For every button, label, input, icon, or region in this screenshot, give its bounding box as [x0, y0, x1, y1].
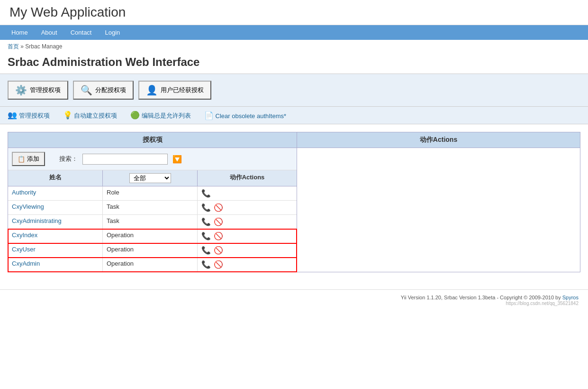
footer-watermark: https://blog.csdn.net/qq_35621842 [506, 301, 579, 306]
delete-icon[interactable]: 🚫 [214, 217, 223, 226]
row-name-link[interactable]: CxyAdmin [12, 260, 40, 267]
row-name-cell: CxyUser [8, 243, 103, 257]
action-icon-2: 🟢 [130, 111, 140, 119]
row-actions-cell: 📞🚫 [198, 229, 297, 243]
action-bar-item-3[interactable]: 📄 Clear obsolete authItems* [204, 111, 286, 120]
action-bar-item-2[interactable]: 🟢 编辑总是允许列表 [130, 111, 191, 120]
col-header-name: 姓名 [8, 170, 103, 186]
left-panel: 授权项 📋 添加 搜索： 🔽 姓名 全部RoleTaskOperation 动作… [8, 132, 297, 272]
nav-bar: HomeAboutContactLogin [0, 25, 588, 40]
table-container: 授权项 📋 添加 搜索： 🔽 姓名 全部RoleTaskOperation 动作… [8, 132, 580, 272]
row-type-cell: Task [103, 201, 198, 214]
breadcrumb-current: Srbac Manage [25, 43, 62, 50]
app-header: My Web Application [0, 0, 588, 25]
col-header-actions: 动作Actions [198, 170, 297, 186]
nav-item-home[interactable]: Home [5, 25, 35, 40]
delete-icon[interactable]: 🚫 [214, 203, 223, 212]
table-row: CxyViewingTask📞🚫 [8, 201, 297, 215]
row-type-cell: Role [103, 186, 198, 200]
toolbar-button-1[interactable]: 🔍分配授权项 [73, 81, 134, 100]
phone-icon[interactable]: 📞 [201, 189, 211, 198]
button-toolbar: ⚙️管理授权项🔍分配授权项👤用户已经获授权 [0, 74, 588, 107]
action-icon-0: 👥 [8, 111, 17, 119]
delete-icon[interactable]: 🚫 [214, 232, 223, 241]
row-type-cell: Task [103, 215, 198, 229]
row-name-cell: CxyAdmin [8, 258, 103, 271]
toolbar-btn-icon-0: ⚙️ [15, 84, 27, 96]
action-link-0[interactable]: 管理授权项 [19, 112, 50, 119]
delete-icon[interactable]: 🚫 [214, 246, 223, 255]
nav-list: HomeAboutContactLogin [0, 25, 588, 40]
action-bar-item-0[interactable]: 👥 管理授权项 [8, 111, 50, 120]
toolbar-btn-label-1: 分配授权项 [95, 86, 126, 94]
filter-icon[interactable]: 🔽 [172, 155, 182, 164]
row-name-link[interactable]: CxyIndex [12, 232, 37, 239]
footer-text: Yii Version 1.1.20, Srbac Version 1.3bet… [401, 295, 562, 300]
app-title: My Web Application [9, 5, 579, 20]
footer-link[interactable]: Spyros [562, 295, 579, 300]
action-link-1[interactable]: 自动建立授权项 [74, 112, 117, 119]
type-filter-select[interactable]: 全部RoleTaskOperation [129, 173, 171, 183]
action-icon-1: 💡 [63, 111, 72, 119]
toolbar-btn-icon-2: 👤 [146, 84, 158, 96]
nav-item-login[interactable]: Login [98, 25, 127, 40]
add-button[interactable]: 📋 添加 [12, 152, 45, 166]
row-name-link[interactable]: CxyAdministrating [12, 217, 62, 224]
right-panel: 动作Actions [297, 132, 580, 272]
breadcrumb-home[interactable]: 首页 [8, 43, 19, 50]
row-actions-cell: 📞🚫 [198, 215, 297, 229]
row-actions-cell: 📞 [198, 186, 297, 200]
row-name-cell: Authority [8, 186, 103, 200]
nav-item-contact[interactable]: Contact [64, 25, 99, 40]
table-row: CxyIndexOperation📞🚫 [8, 229, 297, 243]
table-row: CxyAdministratingTask📞🚫 [8, 215, 297, 229]
action-bar: 👥 管理授权项 💡 自动建立授权项 🟢 编辑总是允许列表 📄 Clear obs… [0, 107, 588, 124]
breadcrumb-separator: » [20, 43, 25, 50]
action-link-3[interactable]: Clear obsolete authItems* [216, 112, 287, 120]
search-input[interactable] [82, 154, 168, 165]
row-name-link[interactable]: Authority [12, 189, 36, 196]
action-bar-item-1[interactable]: 💡 自动建立授权项 [63, 111, 118, 120]
add-button-label: 添加 [27, 155, 39, 163]
action-link-2[interactable]: 编辑总是允许列表 [142, 112, 191, 119]
table-row: CxyAdminOperation📞🚫 [8, 258, 297, 272]
add-icon: 📋 [18, 156, 25, 163]
phone-icon[interactable]: 📞 [201, 203, 211, 212]
toolbar-btn-label-2: 用户已经获授权 [161, 86, 204, 94]
row-name-link[interactable]: CxyViewing [12, 203, 44, 210]
action-icon-3: 📄 [204, 111, 214, 120]
breadcrumb: 首页 » Srbac Manage [0, 40, 588, 54]
data-rows: AuthorityRole📞CxyViewingTask📞🚫CxyAdminis… [8, 186, 297, 272]
row-type-cell: Operation [103, 258, 198, 271]
phone-icon[interactable]: 📞 [201, 217, 211, 226]
phone-icon[interactable]: 📞 [201, 232, 211, 241]
phone-icon[interactable]: 📞 [201, 260, 211, 269]
right-panel-header: 动作Actions [297, 132, 580, 148]
row-name-cell: CxyAdministrating [8, 215, 103, 229]
toolbar-button-2[interactable]: 👤用户已经获授权 [138, 81, 211, 100]
toolbar-button-0[interactable]: ⚙️管理授权项 [8, 81, 68, 100]
main-content: 授权项 📋 添加 搜索： 🔽 姓名 全部RoleTaskOperation 动作… [0, 124, 588, 280]
col-header-type: 全部RoleTaskOperation [103, 170, 198, 186]
table-row: CxyUserOperation📞🚫 [8, 243, 297, 258]
row-actions-cell: 📞🚫 [198, 201, 297, 214]
add-search-row: 📋 添加 搜索： 🔽 [8, 148, 297, 170]
left-panel-header: 授权项 [8, 132, 297, 148]
toolbar-btn-label-0: 管理授权项 [30, 86, 61, 94]
row-name-cell: CxyIndex [8, 229, 103, 243]
phone-icon[interactable]: 📞 [201, 246, 211, 255]
nav-item-about[interactable]: About [35, 25, 64, 40]
sub-table-header: 姓名 全部RoleTaskOperation 动作Actions [8, 170, 297, 186]
toolbar-btn-icon-1: 🔍 [81, 84, 92, 96]
page-title: Srbac Administration Web Interface [0, 54, 588, 74]
footer: Yii Version 1.1.20, Srbac Version 1.3bet… [0, 289, 588, 311]
row-actions-cell: 📞🚫 [198, 258, 297, 271]
search-label: 搜索： [59, 155, 78, 163]
row-actions-cell: 📞🚫 [198, 243, 297, 257]
table-row: AuthorityRole📞 [8, 186, 297, 201]
delete-icon[interactable]: 🚫 [214, 260, 223, 269]
row-type-cell: Operation [103, 229, 198, 243]
row-name-cell: CxyViewing [8, 201, 103, 214]
row-type-cell: Operation [103, 243, 198, 257]
row-name-link[interactable]: CxyUser [12, 246, 36, 253]
